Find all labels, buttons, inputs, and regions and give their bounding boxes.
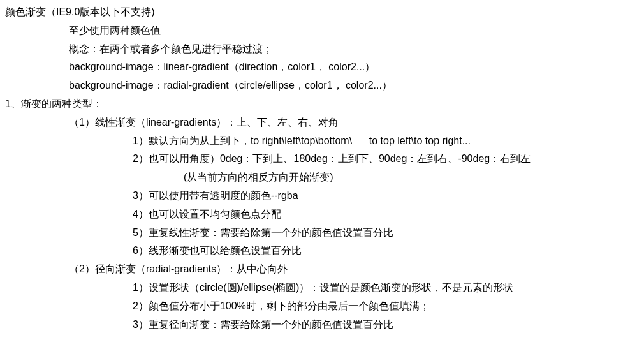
list-item: 2）颜色值分布小于100%时，剩下的部分由最后一个颜色值填满； xyxy=(5,297,639,316)
doc-title: 颜色渐变（IE9.0版本以下不支持) xyxy=(5,3,639,22)
list-note: (从当前方向的相反方向开始渐变) xyxy=(5,168,639,187)
note-line: 至少使用两种颜色值 xyxy=(5,22,639,40)
code-line: background-image：radial-gradient（circle/… xyxy=(5,77,639,95)
list-item: 5）重复线性渐变：需要给除第一个外的颜色值设置百分比 xyxy=(5,224,639,242)
subsection-heading: （2）径向渐变（radial-gradients）：从中心向外 xyxy=(5,260,639,279)
list-item: 3）可以使用带有透明度的颜色--rgba xyxy=(5,187,639,205)
list-item: 4）也可以设置不均匀颜色点分配 xyxy=(5,205,639,224)
code-line: background-image：linear-gradient（directi… xyxy=(5,58,639,77)
list-item: 1）默认方向为从上到下，to right\left\top\bottom\ to… xyxy=(5,132,639,151)
list-item: 3）重复径向渐变：需要给除第一个外的颜色值设置百分比 xyxy=(5,316,639,334)
note-line: 概念：在两个或者多个颜色见进行平稳过渡； xyxy=(5,40,639,59)
list-item: 6）线形渐变也可以给颜色设置百分比 xyxy=(5,242,639,260)
list-item: 2）也可以用角度）0deg：下到上、180deg：上到下、90deg：左到右、-… xyxy=(5,150,639,168)
list-item: 1）设置形状（circle(圆)/ellipse(椭圆)）：设置的是颜色渐变的形… xyxy=(5,279,639,297)
section-heading: 1、渐变的两种类型： xyxy=(5,95,639,114)
subsection-heading: （1）线性渐变（linear-gradients）：上、下、左、右、对角 xyxy=(5,114,639,132)
